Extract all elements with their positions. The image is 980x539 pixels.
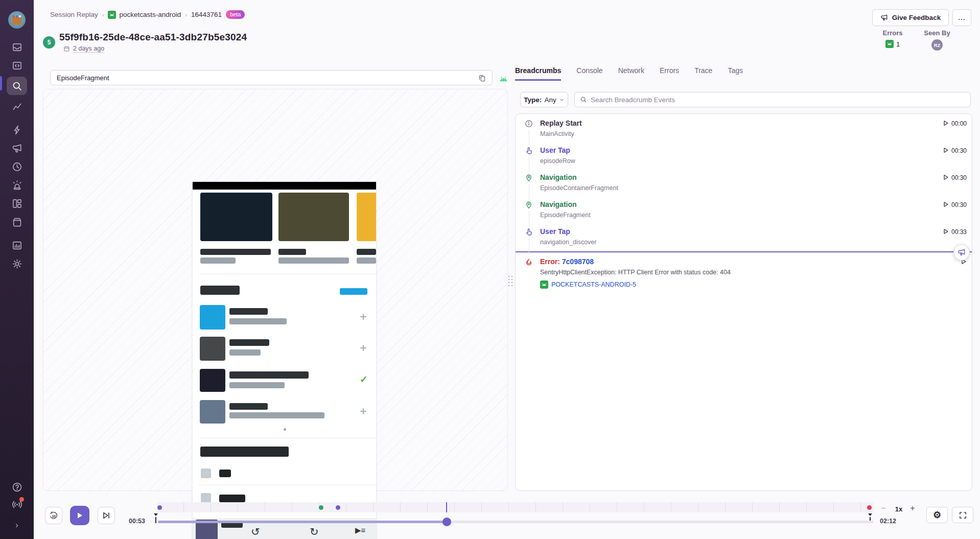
seek-bar[interactable] (158, 521, 874, 523)
tab-errors[interactable]: Errors (660, 66, 679, 81)
tap-icon (525, 227, 540, 250)
breadcrumb-item-navigation[interactable]: Navigation EpisodeFragment 00:30 (516, 196, 972, 223)
timeline-event-dot-green[interactable] (319, 505, 323, 510)
error-project-name: POCKETCASTS-ANDROID-5 (551, 281, 636, 288)
check-icon: ✓ (360, 374, 368, 384)
main-content: Session Replay › pocketcasts-android › 1… (34, 0, 980, 539)
fullscreen-icon (959, 511, 967, 519)
replay-meta: 2 days ago (63, 45, 104, 53)
breadcrumb-section[interactable]: Session Replay (50, 11, 98, 18)
performance-icon[interactable] (7, 122, 27, 138)
breadcrumb-item-replay-start[interactable]: Replay Start MainActivity 00:00 (516, 115, 972, 142)
give-feedback-button[interactable]: Give Feedback (872, 9, 949, 26)
detail-tabs: Breadcrumbs Console Network Errors Trace… (515, 66, 743, 81)
tab-network[interactable]: Network (618, 66, 644, 81)
tab-tags[interactable]: Tags (728, 66, 743, 81)
tab-breadcrumbs[interactable]: Breadcrumbs (515, 66, 561, 81)
breadcrumb-timestamp-button[interactable]: 00:30 (943, 173, 967, 196)
speed-decrease-button[interactable]: − (879, 504, 888, 513)
breadcrumb-project-name: pocketcasts-android (119, 11, 181, 18)
wireframe-block (278, 249, 306, 255)
breadcrumb-timestamp-button[interactable] (961, 257, 967, 289)
breadcrumb-time: 00:00 (951, 120, 967, 127)
wireframe-block (219, 495, 245, 502)
breadcrumb-timestamp-button[interactable]: 00:30 (943, 146, 967, 169)
org-avatar[interactable] (8, 11, 26, 29)
breadcrumb-title: Navigation (540, 200, 943, 209)
dashboards-icon[interactable] (7, 195, 27, 212)
type-filter-dropdown[interactable]: Type: Any (520, 92, 568, 107)
copy-icon[interactable] (477, 73, 487, 83)
timeline-event-dot-purple[interactable] (157, 505, 162, 510)
breadcrumb-item-user-tap[interactable]: User Tap navigation_discover 00:33 (516, 223, 972, 250)
wireframe-block (278, 257, 349, 264)
errors-count-row[interactable]: 1 (876, 40, 909, 48)
notification-dot (19, 497, 24, 502)
panel-resize-handle[interactable] (508, 273, 513, 289)
issues-icon[interactable] (7, 39, 27, 55)
breadcrumb: Session Replay › pocketcasts-android › 1… (50, 10, 245, 19)
calendar-icon (63, 45, 70, 52)
collapse-sidebar-icon[interactable]: › (15, 521, 18, 530)
wireframe-statusbar (193, 182, 376, 190)
breadcrumb-search (574, 92, 971, 107)
svg-text:10: 10 (52, 514, 56, 518)
speed-increase-button[interactable]: + (908, 504, 917, 513)
skip-to-end-button[interactable] (98, 507, 115, 524)
breadcrumb-project[interactable]: pocketcasts-android (108, 11, 181, 19)
whats-new-icon[interactable] (7, 496, 27, 512)
breadcrumb-list: Replay Start MainActivity 00:00 User Tap… (515, 113, 972, 491)
map-pin-icon (525, 173, 540, 196)
seen-by-avatar[interactable]: RZ (931, 39, 943, 51)
replay-timestamp[interactable]: 2 days ago (73, 45, 104, 53)
breadcrumb-item-error[interactable]: Error: 7c098708 SentryHttpClientExceptio… (516, 252, 972, 289)
error-label: Error: (540, 257, 560, 266)
floating-feedback-button[interactable] (953, 244, 970, 261)
rewind-10-button[interactable]: 10 (45, 507, 62, 524)
error-project-link[interactable]: POCKETCASTS-ANDROID-5 (540, 280, 961, 289)
replay-wireframe-screen: + + ✓ + (193, 182, 376, 539)
info-icon (525, 119, 540, 142)
help-icon[interactable] (7, 479, 27, 495)
breadcrumb-timestamp-button[interactable]: 00:30 (943, 200, 967, 223)
player-settings-button[interactable]: ⚙ (926, 507, 948, 523)
play-button[interactable] (70, 506, 89, 525)
explore-icon[interactable] (7, 57, 27, 74)
megaphone-icon (958, 248, 966, 256)
wireframe-section-title (200, 286, 240, 295)
tap-icon (525, 146, 540, 169)
error-code-link[interactable]: 7c098708 (562, 257, 594, 266)
wireframe-thumbnail (200, 305, 225, 330)
search-icon[interactable] (7, 77, 27, 95)
timeline-event-dot-red[interactable] (867, 505, 872, 510)
breadcrumb-search-input[interactable] (591, 96, 965, 104)
stats-icon[interactable] (7, 98, 27, 114)
fullscreen-button[interactable] (952, 507, 973, 523)
feedback-icon[interactable] (7, 140, 27, 156)
wireframe-thumbnail (200, 337, 225, 361)
breadcrumb-item-user-tap[interactable]: User Tap episodeRow 00:30 (516, 142, 972, 169)
wireframe-page-dot (284, 428, 286, 431)
breadcrumb-item-navigation[interactable]: Navigation EpisodeContainerFragment 00:3… (516, 169, 972, 196)
insights-icon[interactable] (7, 237, 27, 253)
wireframe-checkbox (201, 468, 211, 478)
timeline-event-dot-purple[interactable] (336, 505, 340, 510)
releases-icon[interactable] (7, 214, 27, 230)
alerts-icon[interactable] (7, 177, 27, 193)
play-icon (943, 228, 949, 235)
tab-console[interactable]: Console (576, 66, 602, 81)
settings-icon[interactable] (7, 255, 27, 272)
breadcrumb-replay-id[interactable]: 16443761 (191, 11, 222, 18)
more-options-button[interactable]: ... (952, 9, 971, 26)
android-project-icon (540, 280, 548, 289)
tab-trace[interactable]: Trace (694, 66, 712, 81)
android-platform-icon (885, 40, 894, 48)
fire-icon (525, 257, 540, 289)
seek-bar-handle[interactable] (442, 518, 451, 526)
breadcrumb-timestamp-button[interactable]: 00:00 (943, 119, 967, 142)
replays-history-icon[interactable] (7, 158, 27, 175)
replay-viewer[interactable]: + + ✓ + (43, 89, 508, 491)
wireframe-thumbnail (200, 369, 225, 392)
current-screen-input[interactable] (57, 74, 477, 82)
timeline-events-strip[interactable] (157, 502, 874, 512)
